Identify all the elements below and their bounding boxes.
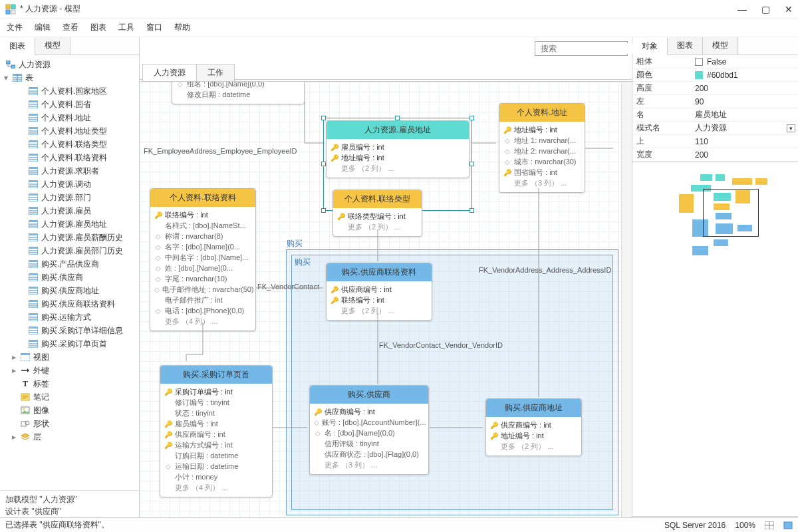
- grid-toggle-icon[interactable]: [765, 521, 774, 529]
- menu-tools[interactable]: 工具: [118, 22, 134, 33]
- property-grid[interactable]: 粗体False 颜色#60dbd1 高度200 左90 名雇员地址 模式名人力资…: [632, 55, 798, 162]
- tree-table-item[interactable]: 人力资源.雇员: [1, 204, 138, 217]
- tree-table-item[interactable]: 购买.供应商地址: [1, 284, 138, 297]
- menu-window[interactable]: 窗口: [146, 22, 162, 33]
- vertical-scrollbar[interactable]: [621, 82, 632, 521]
- tree-table-item[interactable]: 人力资源.雇员部门历史: [1, 244, 138, 257]
- fk-label: FK_EmployeeAddress_Employee_EmployeeID: [144, 147, 297, 155]
- entity-po-header[interactable]: 购买.采购订单页首 🔑采购订单编号 : int 修订编号 : tinyint 状…: [160, 365, 273, 497]
- history-item[interactable]: 加载模型 "人力资源": [5, 493, 134, 505]
- menu-file[interactable]: 文件: [7, 22, 23, 33]
- tree-table-item[interactable]: 个人资料.国省: [1, 98, 138, 111]
- left-tab-diagram[interactable]: 图表: [0, 38, 35, 55]
- color-swatch[interactable]: [695, 71, 703, 79]
- right-tab-diagram[interactable]: 图表: [668, 37, 703, 55]
- entity-contact-type[interactable]: 个人资料.联络类型 🔑联络类型编号 : int 更多 （2 列） ...: [332, 190, 422, 237]
- menu-view[interactable]: 查看: [63, 22, 78, 33]
- table-icon: [28, 326, 39, 335]
- titlebar: * 人力资源 - 模型 — ▢ ✕: [0, 0, 798, 19]
- svg-rect-44: [29, 194, 38, 196]
- svg-rect-52: [29, 220, 38, 222]
- tree-table-item[interactable]: 个人资料.联络类型: [1, 138, 138, 151]
- tree-table-item[interactable]: 购买.供应商联络资料: [1, 297, 138, 311]
- svg-rect-84: [29, 327, 38, 329]
- svg-rect-4: [6, 61, 10, 64]
- tree[interactable]: 人力资源 ▾ 表 个人资料.国家地区个人资料.国省个人资料.地址个人资料.地址类…: [0, 55, 139, 490]
- shape-icon: [20, 419, 31, 428]
- doc-tab-work[interactable]: 工作: [196, 64, 235, 81]
- svg-rect-64: [29, 260, 38, 262]
- entity-employee-address[interactable]: 人力资源.雇员地址 🔑雇员编号 : int 🔑地址编号 : int 更多 （2 …: [326, 120, 469, 178]
- fit-icon[interactable]: [783, 521, 793, 529]
- tree-table-item[interactable]: 购买.运输方式: [1, 311, 138, 324]
- tree-table-item[interactable]: 人力资源.求职者: [1, 164, 138, 178]
- tree-table-item[interactable]: 购买.产品供应商: [1, 257, 138, 271]
- right-tab-model[interactable]: 模型: [703, 37, 738, 55]
- tree-views[interactable]: ▸视图: [1, 350, 138, 364]
- close-icon[interactable]: ✕: [785, 4, 793, 15]
- table-icon: [28, 273, 39, 282]
- svg-rect-24: [29, 127, 38, 129]
- right-pane: 对象 图表 模型 粗体False 颜色#60dbd1 高度200 左90 名雇员…: [632, 37, 798, 532]
- doc-tab-hr[interactable]: 人力资源: [142, 64, 197, 81]
- menu-diagram[interactable]: 图表: [90, 22, 106, 33]
- fk-label: FK_VendorAddress_Address_AddressID: [479, 266, 611, 274]
- svg-rect-105: [784, 522, 792, 529]
- tree-images[interactable]: 图像: [1, 404, 138, 417]
- svg-rect-72: [29, 287, 38, 289]
- svg-rect-5: [11, 65, 15, 68]
- menu-help[interactable]: 帮助: [174, 22, 190, 33]
- tree-notes[interactable]: 笔记: [1, 390, 138, 404]
- entity-address[interactable]: 个人资料.地址 🔑地址编号 : int ◇地址 1: nvarchar(... …: [499, 103, 585, 193]
- left-tab-model[interactable]: 模型: [35, 37, 70, 55]
- fk-label: FK_VendorContact_Vendor_VendorID: [379, 341, 503, 349]
- table-icon: [28, 313, 39, 322]
- tree-layers[interactable]: ▸层: [1, 430, 138, 444]
- search-box[interactable]: 🔍: [535, 41, 628, 56]
- checkbox-icon[interactable]: [695, 58, 703, 66]
- tree-fks[interactable]: ▸外键: [1, 364, 138, 377]
- tree-table-item[interactable]: 购买.采购订单页首: [1, 337, 138, 350]
- entity-vendor[interactable]: 购买.供应商 🔑供应商编号 : int ◇账号 : [dbo].[Account…: [309, 385, 429, 475]
- tree-shapes[interactable]: 形状: [1, 417, 138, 430]
- tree-table-item[interactable]: 个人资料.国家地区: [1, 84, 138, 98]
- tree-table-item[interactable]: 个人资料.联络资料: [1, 151, 138, 164]
- tree-table-item[interactable]: 个人资料.地址类型: [1, 124, 138, 138]
- tables-icon: [12, 73, 23, 82]
- entity-vendor-contact[interactable]: 购买.供应商联络资料 🔑供应商编号 : int 🔑联络编号 : int 更多 （…: [326, 263, 432, 321]
- svg-rect-32: [29, 154, 38, 156]
- tree-table-item[interactable]: 人力资源.雇员薪酬历史: [1, 231, 138, 244]
- svg-rect-3: [11, 10, 15, 14]
- tree-root[interactable]: 人力资源: [1, 58, 138, 71]
- table-icon: [28, 246, 39, 255]
- diagram-canvas[interactable]: ◇名 : [dbo].[Name](0,0) ◇组名 : [dbo].[Name…: [140, 82, 621, 521]
- minimize-icon[interactable]: —: [737, 4, 747, 15]
- right-tab-object[interactable]: 对象: [632, 38, 668, 55]
- menu-edit[interactable]: 编辑: [35, 22, 51, 33]
- tree-table-item[interactable]: 人力资源.部门: [1, 191, 138, 204]
- tree-table-item[interactable]: 人力资源.雇员地址: [1, 217, 138, 231]
- tree-table-item[interactable]: 个人资料.地址: [1, 111, 138, 124]
- entity-vendor-address[interactable]: 购买.供应商地址 🔑供应商编号 : int 🔑地址编号 : int 更多 （2 …: [485, 398, 582, 456]
- svg-rect-48: [29, 207, 38, 209]
- tree-table-item[interactable]: 人力资源.调动: [1, 178, 138, 191]
- table-icon: [28, 180, 39, 189]
- image-icon: [20, 406, 31, 415]
- entity-stub[interactable]: ◇名 : [dbo].[Name](0,0) ◇组名 : [dbo].[Name…: [172, 82, 305, 104]
- tree-table-item[interactable]: 购买.采购订单详细信息: [1, 324, 138, 337]
- history-item[interactable]: 设计表 "供应商": [5, 505, 134, 517]
- tree-labels[interactable]: T标签: [1, 377, 138, 390]
- svg-point-99: [23, 408, 25, 410]
- minimap[interactable]: [632, 162, 798, 516]
- chevron-down-icon[interactable]: ▾: [787, 124, 795, 132]
- svg-rect-80: [29, 313, 38, 315]
- search-input[interactable]: [539, 43, 642, 54]
- entity-header: 人力资源.雇员地址: [327, 121, 469, 139]
- tree-table-item[interactable]: 购买.供应商: [1, 271, 138, 284]
- svg-rect-36: [29, 167, 38, 169]
- maximize-icon[interactable]: ▢: [761, 4, 770, 15]
- entity-contact[interactable]: 个人资料.联络资料 🔑联络编号 : int 名样式 : [dbo].[NameS…: [150, 188, 256, 331]
- tree-tables[interactable]: ▾ 表: [1, 71, 138, 84]
- svg-rect-20: [29, 114, 38, 116]
- svg-rect-92: [21, 353, 30, 355]
